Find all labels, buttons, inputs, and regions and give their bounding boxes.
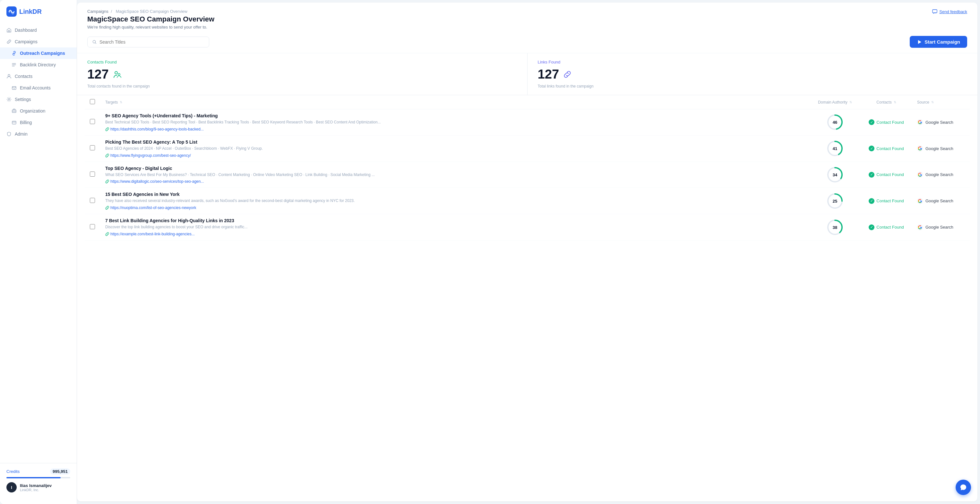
app-name: LinkDR <box>19 8 42 15</box>
sidebar-item-backlink-directory[interactable]: Backlink Directory <box>0 59 77 71</box>
google-logo <box>918 225 922 230</box>
search-box <box>87 36 209 48</box>
send-feedback-label: Send feedback <box>939 9 967 14</box>
target-link[interactable]: https://www.flyingvgroup.com/best-seo-ag… <box>110 153 191 158</box>
list-icon <box>11 62 17 67</box>
svg-rect-9 <box>12 121 16 124</box>
svg-rect-10 <box>932 10 937 13</box>
select-all-checkbox[interactable] <box>90 99 95 104</box>
da-cell: 34 <box>809 162 861 188</box>
table-row: Top SEO Agency - Digital Logic What SEO … <box>85 162 970 188</box>
th-targets[interactable]: Targets ⇅ <box>100 95 809 109</box>
sidebar-item-dashboard[interactable]: Dashboard <box>0 24 77 36</box>
contact-cell: ✓ Contact Found <box>861 135 912 162</box>
stat-card-contacts: Contacts Found 127 Total contacts found … <box>77 53 528 95</box>
target-cell: Top SEO Agency - Digital Logic What SEO … <box>100 162 809 188</box>
contact-cell: ✓ Contact Found <box>861 162 912 188</box>
target-url: https://www.flyingvgroup.com/best-seo-ag… <box>105 153 804 158</box>
contact-status: ✓ Contact Found <box>866 224 907 230</box>
target-url: https://dashthis.com/blog/9-seo-agency-t… <box>105 127 804 132</box>
svg-point-14 <box>118 73 120 75</box>
sidebar-item-organization[interactable]: Organization <box>0 105 77 117</box>
target-title[interactable]: Top SEO Agency - Digital Logic <box>105 166 804 171</box>
url-link-icon <box>105 179 109 183</box>
search-input[interactable] <box>99 40 204 44</box>
contact-status-label: Contact Found <box>877 120 904 125</box>
contact-check-icon: ✓ <box>869 146 874 151</box>
url-link-icon <box>105 232 109 236</box>
contact-status-label: Contact Found <box>877 146 904 151</box>
da-circle: 25 <box>827 193 843 209</box>
source-label: Google Search <box>926 146 953 151</box>
source-content: Google Search <box>917 224 965 230</box>
credits-bar <box>6 477 70 479</box>
start-campaign-button[interactable]: Start Campaign <box>910 36 967 48</box>
links-found-number: 127 <box>538 67 967 81</box>
row-checkbox-1[interactable] <box>90 145 95 151</box>
sidebar-item-outreach-campaigns[interactable]: Outreach Campaigns <box>0 48 77 59</box>
chat-fab[interactable] <box>956 480 971 495</box>
th-domain-authority[interactable]: Domain Authority ⇅ <box>809 95 861 109</box>
target-link[interactable]: https://www.digitallogic.co/seo-services… <box>110 179 204 184</box>
row-checkbox-4[interactable] <box>90 224 95 229</box>
contacts-found-label: Contacts Found <box>87 60 517 65</box>
target-desc: What SEO Services Are Best For My Busine… <box>105 172 804 178</box>
target-link[interactable]: https://example.com/best-link-building-a… <box>110 232 195 236</box>
row-checkbox-3[interactable] <box>90 198 95 203</box>
sidebar-item-settings[interactable]: Settings <box>0 94 77 105</box>
sidebar-item-admin[interactable]: Admin <box>0 128 77 140</box>
stats-row: Contacts Found 127 Total contacts found … <box>77 53 977 95</box>
sidebar-item-email-accounts[interactable]: Email Accounts <box>0 82 77 94</box>
row-checkbox-0[interactable] <box>90 119 95 124</box>
table-container: Targets ⇅ Domain Authority ⇅ Contacts <box>77 95 977 501</box>
th-contacts[interactable]: Contacts ⇅ <box>861 95 912 109</box>
sidebar-item-contacts[interactable]: Contacts <box>0 71 77 82</box>
contact-check-icon: ✓ <box>869 224 874 230</box>
sidebar-item-billing[interactable]: Billing <box>0 117 77 128</box>
target-title[interactable]: Picking The Best SEO Agency: A Top 5 Lis… <box>105 139 804 144</box>
user-icon <box>6 74 11 79</box>
th-contacts-label: Contacts <box>877 100 891 105</box>
sidebar-item-campaigns[interactable]: Campaigns <box>0 36 77 48</box>
google-icon <box>917 172 923 178</box>
target-desc: Best Technical SEO Tools · Best SEO Repo… <box>105 120 804 125</box>
url-link-icon <box>105 206 109 210</box>
target-title[interactable]: 7 Best Link Building Agencies for High-Q… <box>105 218 804 223</box>
row-checkbox-cell <box>85 188 100 214</box>
table-row: 9+ SEO Agency Tools (+Underrated Tips) -… <box>85 109 970 136</box>
contact-status-label: Contact Found <box>877 172 904 177</box>
row-checkbox-2[interactable] <box>90 171 95 177</box>
source-label: Google Search <box>926 120 953 125</box>
user-name: Ilias Ismanalijev <box>20 483 52 488</box>
target-cell: 9+ SEO Agency Tools (+Underrated Tips) -… <box>100 109 809 136</box>
link-icon <box>6 39 11 44</box>
row-checkbox-cell <box>85 214 100 241</box>
google-logo <box>918 199 922 203</box>
breadcrumb: Campaigns / MagicSpace SEO Campaign Over… <box>87 9 214 14</box>
source-content: Google Search <box>917 198 965 204</box>
send-feedback-button[interactable]: Send feedback <box>932 9 967 14</box>
target-title[interactable]: 15 Best SEO Agencies in New York <box>105 192 804 197</box>
sidebar-item-organization-label: Organization <box>20 108 45 114</box>
contact-status: ✓ Contact Found <box>866 198 907 204</box>
target-url: https://nuoptima.com/list-of-seo-agencie… <box>105 206 804 210</box>
toolbar: Start Campaign <box>87 36 967 53</box>
source-cell: Google Search <box>912 162 970 188</box>
svg-rect-6 <box>12 87 16 89</box>
target-cell: 15 Best SEO Agencies in New York They ha… <box>100 188 809 214</box>
stat-card-links: Links Found 127 Total links found in the… <box>528 53 978 95</box>
breadcrumb-separator: / <box>111 9 113 14</box>
header-actions: Send feedback <box>932 9 967 14</box>
sidebar-item-outreach-campaigns-label: Outreach Campaigns <box>20 51 65 56</box>
target-link[interactable]: https://nuoptima.com/list-of-seo-agencie… <box>110 206 196 210</box>
da-value: 46 <box>833 120 837 125</box>
breadcrumb-parent[interactable]: Campaigns <box>87 9 108 14</box>
th-source[interactable]: Source ⇅ <box>912 95 970 109</box>
target-title[interactable]: 9+ SEO Agency Tools (+Underrated Tips) -… <box>105 113 804 118</box>
target-link[interactable]: https://dashthis.com/blog/9-seo-agency-t… <box>110 127 204 132</box>
da-cell: 38 <box>809 214 861 241</box>
svg-marker-12 <box>918 40 921 44</box>
play-icon <box>917 40 922 44</box>
breadcrumb-current: MagicSpace SEO Campaign Overview <box>116 9 188 14</box>
google-icon <box>917 146 923 151</box>
